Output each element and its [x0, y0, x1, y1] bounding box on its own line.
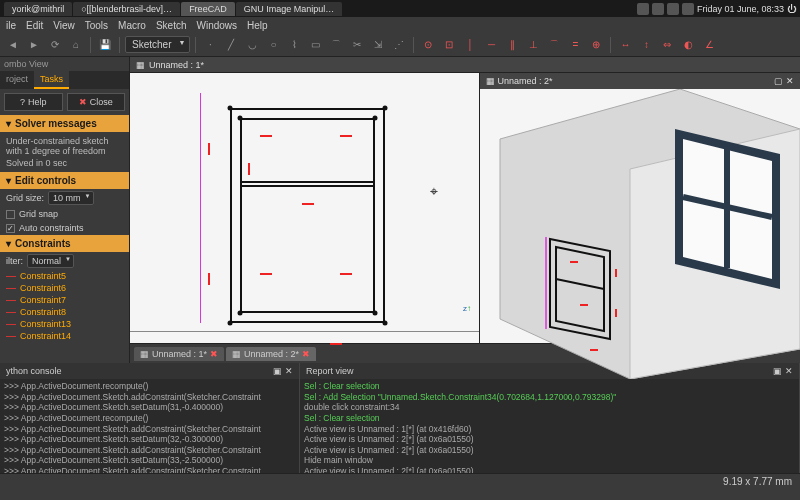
- menu-sketch[interactable]: Sketch: [156, 20, 187, 31]
- menu-view[interactable]: View: [53, 20, 75, 31]
- chevron-down-icon: ▾: [6, 238, 11, 249]
- menu-windows[interactable]: Windows: [196, 20, 237, 31]
- construction-icon[interactable]: ⋰: [390, 36, 408, 54]
- workbench-selector[interactable]: Sketcher: [125, 36, 190, 53]
- save-icon[interactable]: 💾: [96, 36, 114, 54]
- status-bar: 9.19 x 7.77 mm: [0, 473, 800, 489]
- nav-fwd-icon[interactable]: ►: [25, 36, 43, 54]
- menu-tools[interactable]: Tools: [85, 20, 108, 31]
- constrain-radius-icon[interactable]: ◐: [679, 36, 697, 54]
- tab-project[interactable]: roject: [0, 71, 34, 89]
- tray-icon[interactable]: [682, 3, 694, 15]
- list-item[interactable]: Constraint5: [0, 270, 129, 282]
- list-item[interactable]: Constraint6: [0, 282, 129, 294]
- grid-snap-label: Grid snap: [19, 209, 58, 219]
- auto-constraints-checkbox[interactable]: [6, 224, 15, 233]
- python-console[interactable]: >>> App.ActiveDocument.recompute() >>> A…: [0, 379, 299, 473]
- filter-select[interactable]: Normal: [27, 254, 74, 268]
- constrain-coincident-icon[interactable]: ⊙: [419, 36, 437, 54]
- constrain-parallel-icon[interactable]: ∥: [503, 36, 521, 54]
- constraints-panel-head[interactable]: ▾Constraints: [0, 235, 129, 252]
- chevron-down-icon: ▾: [6, 118, 11, 129]
- fillet-tool-icon[interactable]: ⌒: [327, 36, 345, 54]
- close-icon[interactable]: ✖: [210, 349, 218, 359]
- doc-icon: ▦: [140, 349, 149, 359]
- edit-panel-head[interactable]: ▾Edit controls: [0, 172, 129, 189]
- menu-bar: ile Edit View Tools Macro Sketch Windows…: [0, 17, 800, 33]
- sketch-view-2d[interactable]: z↑ ⌖: [130, 73, 480, 343]
- filter-label: ilter:: [6, 256, 23, 266]
- rect-tool-icon[interactable]: ▭: [306, 36, 324, 54]
- arc-tool-icon[interactable]: ◡: [243, 36, 261, 54]
- grid-size-label: Grid size:: [6, 193, 44, 203]
- menu-macro[interactable]: Macro: [118, 20, 146, 31]
- close-icon[interactable]: ✕: [285, 366, 293, 376]
- close-icon[interactable]: ✕: [786, 76, 794, 86]
- doc-icon: ▦: [232, 349, 241, 359]
- doc-tab[interactable]: ▦Unnamed : 1*✖: [134, 347, 224, 361]
- doc-tab[interactable]: ▦Unnamed : 2*✖: [226, 347, 316, 361]
- constrain-tangent-icon[interactable]: ⌒: [545, 36, 563, 54]
- nav-back-icon[interactable]: ◄: [4, 36, 22, 54]
- os-tab[interactable]: GNU Image Manipul…: [236, 2, 343, 16]
- os-tab[interactable]: ○[[blenderbrasil-dev]…: [73, 2, 180, 16]
- constrain-perp-icon[interactable]: ⊥: [524, 36, 542, 54]
- constrain-vertical-icon[interactable]: │: [461, 36, 479, 54]
- svg-rect-14: [590, 349, 598, 351]
- home-icon[interactable]: ⌂: [67, 36, 85, 54]
- grid-snap-checkbox[interactable]: [6, 210, 15, 219]
- svg-rect-11: [580, 304, 588, 306]
- constrain-symmetric-icon[interactable]: ⊕: [587, 36, 605, 54]
- clock: Friday 01 June, 08:33: [697, 4, 784, 14]
- logout-icon[interactable]: ⏻: [787, 4, 796, 14]
- constrain-horizontal-icon[interactable]: ─: [482, 36, 500, 54]
- solver-message: Under-constrained sketch with 1 degree o…: [6, 136, 123, 156]
- report-view[interactable]: Sel : Clear selectionSel : Add Selection…: [300, 379, 799, 473]
- tray-icon[interactable]: [637, 3, 649, 15]
- menu-edit[interactable]: Edit: [26, 20, 43, 31]
- list-item[interactable]: Constraint14: [0, 330, 129, 342]
- trim-tool-icon[interactable]: ✂: [348, 36, 366, 54]
- sketch-view-3d[interactable]: ▦ Unnamed : 2* ▢ ✕: [480, 73, 800, 343]
- grid-size-select[interactable]: 10 mm: [48, 191, 94, 205]
- float-icon[interactable]: ▣: [273, 366, 282, 376]
- line-tool-icon[interactable]: ╱: [222, 36, 240, 54]
- list-item[interactable]: Constraint7: [0, 294, 129, 306]
- tray-icon[interactable]: [667, 3, 679, 15]
- status-dimensions: 9.19 x 7.77 mm: [723, 476, 792, 487]
- close-button[interactable]: ✖Close: [67, 93, 126, 111]
- constrain-distx-icon[interactable]: ↔: [616, 36, 634, 54]
- solver-panel-head[interactable]: ▾Solver messages: [0, 115, 129, 132]
- tab-tasks[interactable]: Tasks: [34, 71, 69, 89]
- os-tab[interactable]: FreeCAD: [181, 2, 235, 16]
- menu-file[interactable]: ile: [6, 20, 16, 31]
- menu-help[interactable]: Help: [247, 20, 268, 31]
- minimize-icon[interactable]: ▢: [774, 76, 783, 86]
- solver-time: Solved in 0 sec: [6, 158, 123, 168]
- tray-icon[interactable]: [652, 3, 664, 15]
- view-titlebar-right: ▦ Unnamed : 2* ▢ ✕: [480, 73, 800, 89]
- close-icon: ✖: [79, 97, 87, 107]
- refresh-icon[interactable]: ⟳: [46, 36, 64, 54]
- chevron-down-icon: ▾: [6, 175, 11, 186]
- constrain-angle-icon[interactable]: ∠: [700, 36, 718, 54]
- constrain-length-icon[interactable]: ⇔: [658, 36, 676, 54]
- constrain-equal-icon[interactable]: =: [566, 36, 584, 54]
- polyline-tool-icon[interactable]: ⌇: [285, 36, 303, 54]
- list-item[interactable]: Constraint8: [0, 306, 129, 318]
- circle-tool-icon[interactable]: ○: [264, 36, 282, 54]
- external-tool-icon[interactable]: ⇲: [369, 36, 387, 54]
- cursor-icon: ⌖: [430, 183, 438, 200]
- constrain-point-icon[interactable]: ⊡: [440, 36, 458, 54]
- auto-constraints-label: Auto constraints: [19, 223, 84, 233]
- doc-icon: ▦: [486, 76, 495, 86]
- help-button[interactable]: ?Help: [4, 93, 63, 111]
- os-tab[interactable]: yorik@mithril: [4, 2, 72, 16]
- system-topbar: yorik@mithril ○[[blenderbrasil-dev]… Fre…: [0, 0, 800, 17]
- point-tool-icon[interactable]: ·: [201, 36, 219, 54]
- help-icon: ?: [20, 97, 25, 107]
- svg-rect-12: [615, 269, 617, 277]
- constrain-disty-icon[interactable]: ↕: [637, 36, 655, 54]
- list-item[interactable]: Constraint13: [0, 318, 129, 330]
- close-icon[interactable]: ✖: [302, 349, 310, 359]
